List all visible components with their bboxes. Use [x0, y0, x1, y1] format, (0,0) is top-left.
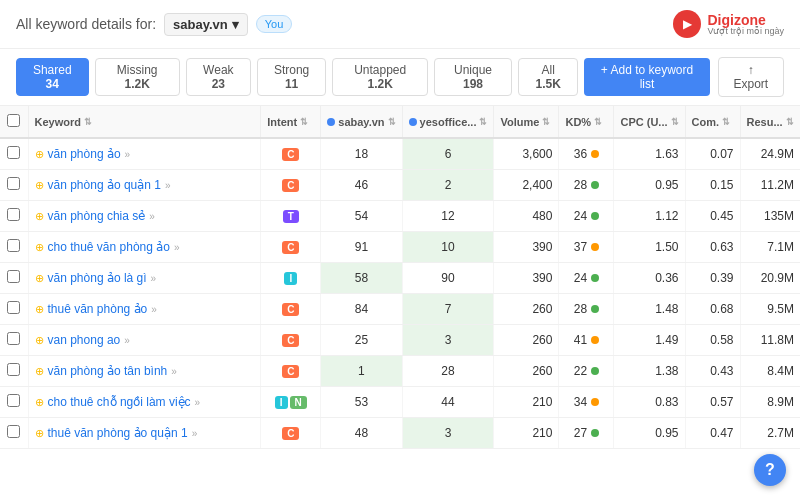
result-cell: 135M — [740, 201, 800, 232]
logo-name: Digizone — [707, 13, 784, 27]
kd-value: 28 — [574, 178, 587, 192]
intent-cell: C — [261, 294, 321, 325]
sabay-rank: 91 — [355, 240, 368, 254]
row-checkbox-cell — [0, 387, 28, 418]
kd-value: 24 — [574, 271, 587, 285]
th-volume[interactable]: Volume ⇅ — [494, 106, 559, 138]
filter-all-button[interactable]: All 1.5K — [518, 58, 578, 96]
help-button[interactable]: ? — [754, 454, 786, 486]
row-checkbox-cell — [0, 356, 28, 387]
kd-value: 28 — [574, 302, 587, 316]
keyword-cell: ⊕văn phòng chia sẻ» — [28, 201, 261, 232]
table-row: ⊕văn phòng ảo»C1863,600361.630.0724.9M — [0, 138, 800, 170]
cpc-cell: 0.83 — [614, 387, 685, 418]
filter-unique-button[interactable]: Unique 198 — [434, 58, 512, 96]
row-checkbox[interactable] — [7, 177, 20, 190]
yesoffice-rank: 44 — [441, 395, 454, 409]
keyword-text[interactable]: cho thuê văn phòng ảo — [48, 240, 170, 254]
filter-strong-button[interactable]: Strong 11 — [257, 58, 326, 96]
filter-count: 1.2K — [125, 77, 150, 91]
filter-count: 34 — [46, 77, 59, 91]
th-result[interactable]: Resu... ⇅ — [740, 106, 800, 138]
row-checkbox[interactable] — [7, 270, 20, 283]
result-value: 9.5M — [767, 302, 794, 316]
row-checkbox[interactable] — [7, 394, 20, 407]
table-header: Keyword ⇅ Intent ⇅ sabay.vn ⇅ yesoffice.… — [0, 106, 800, 138]
keyword-icon: ⊕ — [35, 303, 44, 316]
kd-cell: 24 — [559, 263, 614, 294]
th-keyword[interactable]: Keyword ⇅ — [28, 106, 261, 138]
row-checkbox[interactable] — [7, 239, 20, 252]
keyword-icon: ⊕ — [35, 334, 44, 347]
kd-value: 36 — [574, 147, 587, 161]
keyword-table-container: Keyword ⇅ Intent ⇅ sabay.vn ⇅ yesoffice.… — [0, 106, 800, 496]
com-value: 0.58 — [710, 333, 733, 347]
keyword-text[interactable]: van phong ao — [48, 333, 121, 347]
yesoffice-rank-cell: 90 — [402, 263, 494, 294]
intent-badge: C — [282, 241, 299, 254]
row-checkbox-cell — [0, 418, 28, 449]
keyword-text[interactable]: văn phòng ảo là gì — [48, 271, 147, 285]
cpc-cell: 1.50 — [614, 232, 685, 263]
th-com[interactable]: Com. ⇅ — [685, 106, 740, 138]
intent-badge: C — [282, 427, 299, 440]
keyword-text[interactable]: thuê văn phòng ảo — [48, 302, 148, 316]
kd-cell: 22 — [559, 356, 614, 387]
th-sabay[interactable]: sabay.vn ⇅ — [321, 106, 402, 138]
you-badge: You — [256, 15, 293, 33]
volume-value: 3,600 — [522, 147, 552, 161]
intent-cell: IN — [261, 387, 321, 418]
keyword-text[interactable]: thuê văn phòng ảo quận 1 — [48, 426, 188, 440]
result-cell: 2.7M — [740, 418, 800, 449]
th-kd[interactable]: KD% ⇅ — [559, 106, 614, 138]
sabay-rank: 54 — [355, 209, 368, 223]
volume-cell: 260 — [494, 294, 559, 325]
filter-untapped-button[interactable]: Untapped 1.2K — [332, 58, 428, 96]
table-row: ⊕cho thuê văn phòng ảo»C9110390371.500.6… — [0, 232, 800, 263]
row-checkbox[interactable] — [7, 363, 20, 376]
intent-cell: C — [261, 170, 321, 201]
row-checkbox[interactable] — [7, 425, 20, 438]
yesoffice-rank-cell: 28 — [402, 356, 494, 387]
keyword-text[interactable]: văn phòng ảo tân bình — [48, 364, 168, 378]
kd-cell: 41 — [559, 325, 614, 356]
select-all-checkbox[interactable] — [7, 114, 20, 127]
th-intent[interactable]: Intent ⇅ — [261, 106, 321, 138]
result-cell: 7.1M — [740, 232, 800, 263]
yesoffice-rank: 12 — [441, 209, 454, 223]
keyword-text[interactable]: văn phòng ảo — [48, 147, 121, 161]
result-value: 2.7M — [767, 426, 794, 440]
sabay-rank: 58 — [355, 271, 368, 285]
domain-selector[interactable]: sabay.vn ▾ — [164, 13, 248, 36]
row-checkbox[interactable] — [7, 301, 20, 314]
keyword-text[interactable]: cho thuê chỗ ngồi làm việc — [48, 395, 191, 409]
result-value: 24.9M — [761, 147, 794, 161]
keyword-text[interactable]: văn phòng ảo quận 1 — [48, 178, 161, 192]
th-yesoffice[interactable]: yesoffice... ⇅ — [402, 106, 494, 138]
volume-value: 260 — [532, 333, 552, 347]
sort-icon: ⇅ — [388, 117, 396, 127]
row-checkbox[interactable] — [7, 332, 20, 345]
th-checkbox — [0, 106, 28, 138]
com-value: 0.15 — [710, 178, 733, 192]
filter-shared-button[interactable]: Shared 34 — [16, 58, 89, 96]
result-cell: 11.2M — [740, 170, 800, 201]
th-cpc[interactable]: CPC (U... ⇅ — [614, 106, 685, 138]
row-checkbox[interactable] — [7, 146, 20, 159]
result-cell: 8.9M — [740, 387, 800, 418]
filter-weak-button[interactable]: Weak 23 — [186, 58, 251, 96]
filter-missing-button[interactable]: Missing 1.2K — [95, 58, 180, 96]
volume-value: 260 — [532, 364, 552, 378]
row-checkbox[interactable] — [7, 208, 20, 221]
yesoffice-rank-cell: 10 — [402, 232, 494, 263]
table-row: ⊕văn phòng chia sẻ»T5412480241.120.45135… — [0, 201, 800, 232]
sabay-dot — [327, 118, 335, 126]
volume-cell: 210 — [494, 387, 559, 418]
keyword-text[interactable]: văn phòng chia sẻ — [48, 209, 146, 223]
keyword-expand-icon: » — [125, 149, 131, 160]
kd-cell: 28 — [559, 170, 614, 201]
com-cell: 0.68 — [685, 294, 740, 325]
add-to-keyword-list-button[interactable]: + Add to keyword list — [584, 58, 709, 96]
kd-dot-indicator — [591, 212, 599, 220]
export-button[interactable]: ↑ Export — [718, 57, 784, 97]
